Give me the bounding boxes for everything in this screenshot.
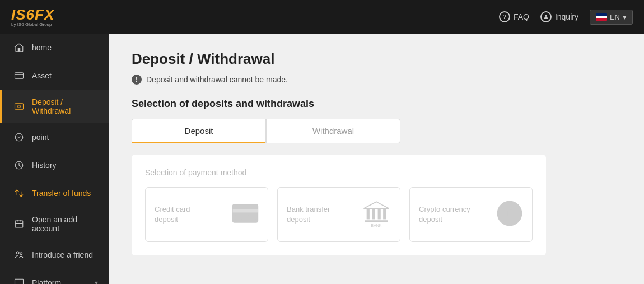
language-button[interactable]: EN ▾ [590, 10, 633, 25]
tab-deposit-label: Deposit [185, 126, 213, 136]
svg-marker-16 [363, 202, 389, 208]
sidebar-item-home[interactable]: home [0, 34, 109, 62]
sidebar-item-platform[interactable]: Platform ▾ [0, 269, 109, 284]
logo-sub: by IS6 Global Group [11, 22, 54, 27]
sidebar-home-label: home [32, 43, 52, 52]
alert-text: Deposit and withdrawal cannot be made. [146, 75, 288, 84]
page-title: Deposit / Withdrawal [132, 50, 622, 68]
sidebar-platform-label: Platform [32, 278, 61, 284]
alert-bar: ! Deposit and withdrawal cannot be made. [132, 75, 622, 85]
content-area: Deposit / Withdrawal ! Deposit and withd… [109, 34, 644, 284]
sidebar-item-history[interactable]: History [0, 151, 109, 179]
inquiry-button[interactable]: Inquiry [540, 11, 578, 22]
tab-withdrawal-label: Withdrawal [312, 126, 354, 136]
deposit-withdrawal-tabs: Deposit Withdrawal [132, 119, 400, 143]
transfer-icon [13, 187, 25, 199]
payment-methods: Credit card deposit Bank transfer depos [145, 187, 533, 242]
faq-label: FAQ [514, 12, 529, 21]
header: IS6FX by IS6 Global Group ? FAQ Inquiry … [0, 0, 644, 34]
payment-method-crypto[interactable]: Crypto currency deposit ₿ [409, 187, 533, 242]
introduce-icon [13, 249, 25, 261]
home-icon [13, 41, 25, 54]
bank-transfer-label: Bank transfer deposit [287, 204, 343, 225]
sidebar-history-label: History [32, 161, 57, 170]
chevron-down-icon: ▾ [623, 13, 627, 21]
svg-text:BANK: BANK [371, 224, 382, 227]
credit-card-icon [232, 203, 259, 226]
svg-rect-2 [15, 104, 24, 110]
inquiry-icon [540, 11, 552, 22]
bitcoin-icon: ₿ [496, 200, 523, 229]
sidebar-item-point[interactable]: P point [0, 123, 109, 151]
svg-rect-13 [235, 215, 244, 217]
lang-label: EN [610, 13, 620, 21]
sidebar-item-transfer[interactable]: Transfer of funds [0, 179, 109, 207]
tab-deposit[interactable]: Deposit [132, 119, 266, 143]
sidebar-asset-label: Asset [32, 71, 52, 80]
bank-icon: BANK [362, 199, 391, 230]
svg-point-8 [17, 252, 20, 254]
tab-withdrawal[interactable]: Withdrawal [266, 119, 400, 143]
main-layout: home Asset Deposit / Withdrawal P point … [0, 34, 644, 284]
crypto-label: Crypto currency deposit [419, 204, 475, 225]
sidebar-introduce-label: Introduce a friend [32, 250, 93, 259]
svg-rect-20 [383, 208, 386, 219]
platform-left: Platform [13, 277, 61, 284]
faq-button[interactable]: ? FAQ [499, 11, 529, 22]
sidebar-transfer-label: Transfer of funds [32, 189, 91, 198]
sidebar-point-label: point [32, 133, 49, 142]
asset-icon [13, 69, 25, 82]
svg-rect-10 [15, 279, 24, 284]
platform-icon [13, 277, 25, 284]
open-account-icon [13, 218, 25, 230]
header-right: ? FAQ Inquiry EN ▾ [499, 10, 633, 25]
sidebar-deposit-label: Deposit / Withdrawal [32, 97, 98, 115]
sidebar-item-deposit[interactable]: Deposit / Withdrawal [0, 90, 109, 123]
sidebar-item-open-account[interactable]: Open an add account [0, 207, 109, 241]
inquiry-label: Inquiry [555, 12, 578, 21]
chevron-down-icon: ▾ [95, 279, 98, 284]
svg-text:P: P [17, 135, 21, 140]
deposit-icon [13, 100, 25, 113]
payment-section-title: Selection of payment method [145, 168, 533, 177]
sidebar: home Asset Deposit / Withdrawal P point … [0, 34, 109, 284]
svg-rect-19 [378, 208, 381, 219]
svg-rect-12 [233, 209, 258, 212]
credit-card-label: Credit card deposit [155, 204, 211, 225]
payment-method-bank-transfer[interactable]: Bank transfer deposit BANK [277, 187, 400, 242]
payment-section: Selection of payment method Credit card … [132, 155, 546, 255]
payment-method-credit-card[interactable]: Credit card deposit [145, 187, 268, 242]
section-title: Selection of deposits and withdrawals [132, 98, 622, 110]
svg-point-9 [20, 253, 22, 255]
svg-rect-7 [15, 221, 23, 227]
svg-point-0 [545, 15, 547, 17]
sidebar-item-asset[interactable]: Asset [0, 62, 109, 90]
svg-text:₿: ₿ [507, 207, 512, 220]
svg-rect-21 [365, 220, 388, 222]
svg-rect-17 [367, 208, 370, 219]
svg-point-3 [18, 105, 21, 108]
sidebar-open-account-label: Open an add account [32, 215, 98, 233]
svg-rect-14 [235, 218, 241, 219]
svg-rect-18 [372, 208, 375, 219]
logo: IS6FX by IS6 Global Group [11, 7, 54, 27]
history-icon [13, 159, 25, 171]
point-icon: P [13, 131, 25, 143]
svg-rect-1 [15, 73, 24, 79]
faq-icon: ? [499, 11, 510, 22]
alert-icon: ! [132, 75, 142, 85]
flag-icon [596, 13, 607, 21]
logo-text: IS6FX [11, 7, 54, 22]
sidebar-item-introduce[interactable]: Introduce a friend [0, 241, 109, 269]
